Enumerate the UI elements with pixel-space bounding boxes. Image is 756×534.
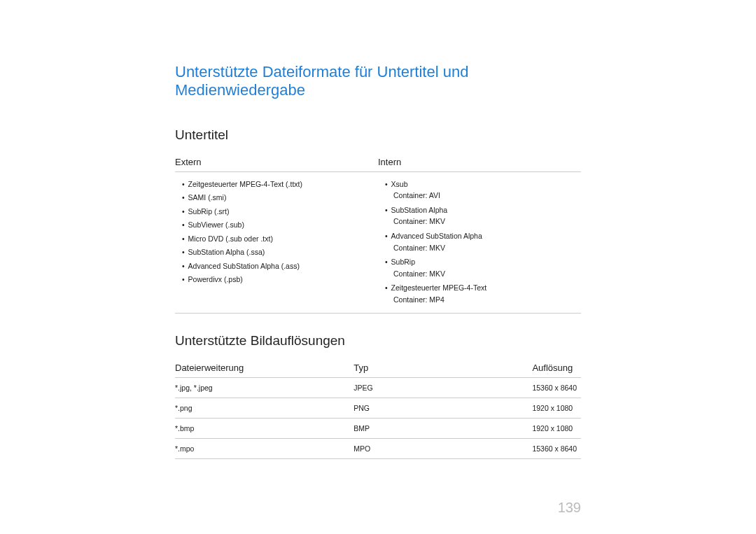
table-cell: 15360 x 8640 [532, 378, 581, 398]
extern-cell: Zeitgesteuerter MPEG-4-Text (.ttxt)SAMI … [175, 172, 378, 314]
col-header-intern: Intern [378, 153, 581, 172]
list-item-sub: Container: MKV [385, 217, 581, 227]
table-row: *.jpg, *.jpegJPEG15360 x 8640 [175, 378, 581, 398]
table-cell: *.mpo [175, 439, 354, 459]
list-item: Micro DVD (.sub oder .txt) [182, 232, 378, 246]
list-item: Powerdivx (.psb) [182, 273, 378, 286]
list-item: Advanced SubStation Alpha [385, 230, 581, 243]
table-row: *.mpoMPO15360 x 8640 [175, 439, 581, 459]
table-cell: *.png [175, 398, 354, 419]
table-cell: BMP [354, 419, 532, 439]
list-item-sub: Container: MP4 [385, 295, 581, 305]
list-item: SubViewer (.sub) [182, 218, 378, 232]
table-row: *.bmpBMP1920 x 1080 [175, 419, 581, 439]
page-number: 139 [558, 500, 581, 516]
list-item: SubRip (.srt) [182, 205, 378, 218]
table-cell: *.bmp [175, 419, 354, 439]
table-cell: 1920 x 1080 [532, 398, 581, 419]
list-item: Xsub [385, 178, 581, 191]
intern-cell: XsubContainer: AVISubStation AlphaContai… [378, 172, 581, 314]
list-item: SubRip [385, 255, 581, 269]
subtitle-table: Extern Intern Zeitgesteuerter MPEG-4-Tex… [175, 153, 581, 314]
list-item: Zeitgesteuerter MPEG-4-Text [385, 281, 581, 295]
section-subtitle-title: Untertitel [175, 127, 581, 143]
list-item-sub: Container: AVI [385, 191, 581, 201]
table-cell: 15360 x 8640 [532, 439, 581, 459]
col-header-type: Typ [354, 358, 532, 378]
list-item-sub: Container: MKV [385, 244, 581, 253]
col-header-res: Auflösung [532, 358, 581, 378]
list-item: Advanced SubStation Alpha (.ass) [182, 260, 378, 273]
main-title: Unterstützte Dateiformate für Untertitel… [175, 63, 581, 99]
list-item-sub: Container: MKV [385, 269, 581, 279]
table-cell: 1920 x 1080 [532, 419, 581, 439]
list-item: Zeitgesteuerter MPEG-4-Text (.ttxt) [182, 178, 378, 191]
list-item: SubStation Alpha (.ssa) [182, 246, 378, 259]
table-cell: *.jpg, *.jpeg [175, 378, 354, 398]
table-row: *.pngPNG1920 x 1080 [175, 398, 581, 419]
resolutions-table: Dateierweiterung Typ Auflösung *.jpg, *.… [175, 358, 581, 459]
table-cell: MPO [354, 439, 532, 459]
col-header-ext: Dateierweiterung [175, 358, 354, 378]
list-item: SAMI (.smi) [182, 191, 378, 204]
list-item: SubStation Alpha [385, 204, 581, 217]
col-header-extern: Extern [175, 153, 378, 172]
table-cell: JPEG [354, 378, 532, 398]
table-cell: PNG [354, 398, 532, 419]
section-resolutions-title: Unterstützte Bildauflösungen [175, 333, 581, 349]
